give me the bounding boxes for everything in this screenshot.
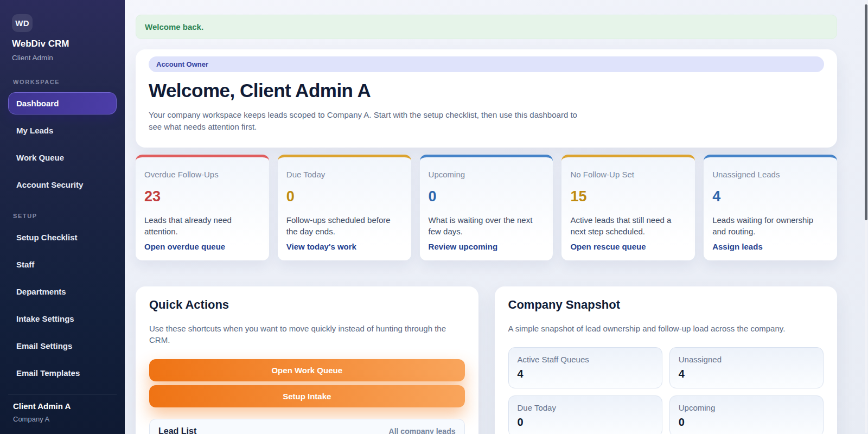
- sidebar-item-email-settings[interactable]: Email Settings: [8, 335, 117, 357]
- snapshot-label: Unassigned: [679, 355, 814, 364]
- snapshot-grid: Active Staff Queues 4 Unassigned 4 Due T…: [508, 347, 824, 434]
- snapshot-box-unassigned: Unassigned 4: [669, 347, 824, 388]
- stat-label: Upcoming: [429, 170, 545, 179]
- review-upcoming-link[interactable]: Review upcoming: [429, 242, 498, 251]
- snapshot-value: 4: [679, 368, 814, 380]
- sidebar-section-setup: SETUP: [13, 213, 117, 219]
- stat-value: 4: [712, 188, 828, 205]
- company-snapshot-description: A simple snapshot of lead ownership and …: [508, 323, 824, 334]
- snapshot-label: Due Today: [518, 403, 653, 412]
- sidebar-item-setup-checklist[interactable]: Setup Checklist: [8, 226, 117, 248]
- quick-actions-title: Quick Actions: [149, 298, 465, 312]
- stat-description: Leads that already need attention.: [144, 214, 260, 238]
- footer-user-name: Client Admin A: [13, 401, 117, 411]
- snapshot-box-active-staff-queues: Active Staff Queues 4: [508, 347, 662, 388]
- stats-row: Overdue Follow-Ups 23 Leads that already…: [136, 155, 837, 261]
- open-overdue-queue-link[interactable]: Open overdue queue: [144, 242, 225, 251]
- main-content: Welcome back. Account Owner Welcome, Cli…: [125, 0, 868, 434]
- sidebar-item-my-leads[interactable]: My Leads: [8, 119, 117, 142]
- quick-actions-card: Quick Actions Use these shortcuts when y…: [136, 286, 478, 434]
- stat-card-unassigned-leads: Unassigned Leads 4 Leads waiting for own…: [704, 155, 837, 261]
- app-role: Client Admin: [12, 54, 117, 62]
- bottom-row: Quick Actions Use these shortcuts when y…: [136, 286, 837, 434]
- stat-value: 0: [286, 188, 403, 205]
- stat-label: No Follow-Up Set: [570, 170, 686, 179]
- brand-block: WD WebDiv CRM Client Admin: [8, 14, 117, 62]
- company-snapshot-card: Company Snapshot A simple snapshot of le…: [495, 286, 838, 434]
- sidebar-item-label: Dashboard: [16, 99, 59, 108]
- stat-description: What is waiting over the next few days.: [429, 214, 545, 238]
- quick-actions-buttons: Open Work Queue Setup Intake: [149, 359, 465, 407]
- snapshot-box-upcoming: Upcoming 0: [669, 395, 824, 434]
- sidebar-item-departments[interactable]: Departments: [8, 280, 117, 303]
- sidebar-section-workspace: WORKSPACE: [13, 79, 117, 85]
- stat-value: 15: [570, 188, 686, 205]
- sidebar-item-label: Email Settings: [16, 341, 72, 350]
- welcome-banner-text: Welcome back.: [145, 22, 203, 31]
- snapshot-value: 0: [679, 416, 814, 429]
- view-todays-work-link[interactable]: View today's work: [286, 242, 356, 251]
- sidebar-item-label: Work Queue: [16, 153, 64, 162]
- hero-card: Account Owner Welcome, Client Admin A Yo…: [136, 49, 837, 148]
- app-name: WebDiv CRM: [12, 39, 117, 49]
- sidebar-item-label: My Leads: [16, 126, 53, 135]
- lead-list-meta: All company leads: [389, 427, 456, 434]
- sidebar-item-label: Setup Checklist: [16, 233, 78, 242]
- stat-label: Due Today: [286, 170, 403, 179]
- open-work-queue-button[interactable]: Open Work Queue: [149, 359, 465, 381]
- account-owner-badge-text: Account Owner: [156, 60, 208, 68]
- sidebar-item-dashboard[interactable]: Dashboard: [8, 92, 117, 114]
- sidebar-item-staff[interactable]: Staff: [8, 253, 117, 276]
- sidebar-item-label: Email Templates: [16, 368, 80, 378]
- stat-value: 23: [144, 188, 260, 205]
- stat-description: Leads waiting for ownership and routing.: [712, 214, 828, 238]
- sidebar: WD WebDiv CRM Client Admin WORKSPACE Das…: [0, 0, 125, 434]
- sidebar-item-label: Departments: [16, 287, 66, 296]
- sidebar-item-account-security[interactable]: Account Security: [8, 174, 117, 196]
- stat-value: 0: [429, 188, 545, 205]
- page-title: Welcome, Client Admin A: [149, 80, 824, 101]
- open-rescue-queue-link[interactable]: Open rescue queue: [570, 242, 646, 251]
- company-snapshot-title: Company Snapshot: [508, 298, 824, 312]
- snapshot-label: Upcoming: [679, 403, 814, 412]
- assign-leads-link[interactable]: Assign leads: [712, 242, 763, 251]
- stat-card-due-today: Due Today 0 Follow-ups scheduled before …: [278, 155, 411, 261]
- stat-label: Overdue Follow-Ups: [144, 170, 260, 179]
- snapshot-label: Active Staff Queues: [518, 355, 653, 364]
- snapshot-value: 0: [518, 416, 653, 429]
- lead-list-row[interactable]: Lead List All company leads: [149, 419, 465, 434]
- sidebar-item-label: Account Security: [16, 180, 83, 189]
- sidebar-item-label: Staff: [16, 260, 34, 269]
- setup-intake-button[interactable]: Setup Intake: [149, 385, 465, 407]
- account-owner-badge: Account Owner: [149, 56, 824, 72]
- stat-description: Active leads that still need a next step…: [570, 214, 686, 238]
- stat-card-upcoming: Upcoming 0 What is waiting over the next…: [420, 155, 553, 261]
- quick-actions-description: Use these shortcuts when you want to mov…: [149, 323, 465, 346]
- snapshot-value: 4: [518, 368, 653, 380]
- app-logo-text: WD: [15, 18, 29, 28]
- stat-card-overdue-follow-ups: Overdue Follow-Ups 23 Leads that already…: [136, 155, 269, 261]
- scrollbar-thumb[interactable]: [865, 4, 867, 220]
- sidebar-item-email-templates[interactable]: Email Templates: [8, 362, 117, 384]
- stat-label: Unassigned Leads: [712, 170, 828, 179]
- sidebar-item-label: Intake Settings: [16, 314, 74, 323]
- stat-card-no-follow-up-set: No Follow-Up Set 15 Active leads that st…: [561, 155, 695, 261]
- hero-description: Your company workspace keeps leads scope…: [149, 109, 583, 133]
- app-logo: WD: [12, 14, 33, 32]
- sidebar-item-intake-settings[interactable]: Intake Settings: [8, 308, 117, 330]
- lead-list-title: Lead List: [158, 426, 196, 434]
- stat-description: Follow-ups scheduled before the day ends…: [286, 214, 403, 238]
- sidebar-item-work-queue[interactable]: Work Queue: [8, 146, 117, 169]
- snapshot-box-due-today: Due Today 0: [508, 395, 662, 434]
- footer-company-name: Company A: [13, 415, 117, 423]
- welcome-banner: Welcome back.: [136, 15, 837, 39]
- sidebar-footer: Client Admin A Company A: [8, 394, 117, 425]
